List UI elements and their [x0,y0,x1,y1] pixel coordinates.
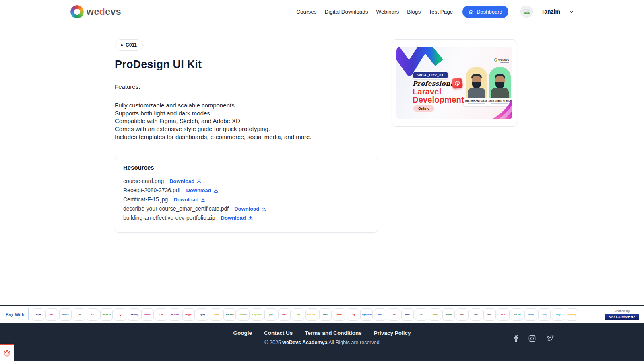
social-icons [514,334,554,342]
payment-logo-nagad: Nagad [182,308,195,321]
payment-logo-nrb: NRB [429,308,441,321]
page-title: ProDesign UI Kit [115,58,378,71]
footer: Google Contact Us Terms and Conditions P… [0,323,644,361]
resource-filename: Receipt-2080-3736.pdf [123,187,180,193]
wedevs-knot-icon-small [494,58,497,62]
nav-item-courses[interactable]: Courses [296,9,316,15]
payment-logo-citycash: CityCash [251,308,263,321]
payment-logo-bkash: bKash [141,308,154,321]
avatar-image-icon [522,8,530,16]
footer-link-google[interactable]: Google [233,330,252,336]
nav-item-webinars[interactable]: Webinars [376,9,399,15]
payment-logo-gpay: GPay [538,308,551,321]
payment-logo-diners-club: DC [87,308,99,321]
payment-logo-okwallet: OK [155,308,167,321]
laravel-icon [3,349,11,357]
payment-logo-ific: IFIC [374,308,386,321]
payment-logo-dpay: Dpay [524,308,537,321]
payment-bar: Pay With VISAMCAMEXUPDCNEXUSQTakaPaybKas… [0,305,644,323]
feature-line: Compatible with Figma, Sketch, and Adobe… [115,117,378,125]
instructor-subtitle-line [468,103,485,104]
payment-logo-qcash: Q [114,308,126,321]
banner-script-word: Professional [413,80,457,87]
payment-logo-mercantile: MBL [456,308,469,321]
sslcommerz-logo: SSLCOMMERZ [605,314,639,320]
download-icon [248,215,253,221]
resource-row: Certificat-F-15.jpg Download [123,195,369,204]
payment-logo-visa: VISA [32,308,44,321]
payment-logos: VISAMCAMEXUPDCNEXUSQTakaPaybKashOKRocket… [32,308,601,321]
dashboard-button[interactable]: Dashboard [462,6,508,18]
laravel-icon [452,78,463,89]
feature-line: Fully customizable and scalable componen… [115,101,378,109]
payment-logo-rocket: Rocket [169,308,181,321]
payment-logo-tap: tap [292,308,304,321]
banner-brand-subline [500,62,509,63]
payment-logo-al-arafah: AIBL [401,308,414,321]
features-list: Fully customizable and scalable componen… [115,101,378,141]
resource-row: Receipt-2080-3736.pdf Download [123,186,369,195]
user-name[interactable]: Tanzim [541,8,560,15]
download-icon [196,178,202,184]
payment-logo-sonali: Sonali [442,308,455,321]
pink-corner-decoration [488,95,512,119]
resource-row: building-an-effective-dev-portfolio.zip … [123,213,369,223]
chevron-down-icon[interactable] [569,10,574,14]
payment-logo-ebl-sky: EBL SKY [305,308,318,321]
twitter-icon[interactable] [546,335,554,342]
feature-line: Supports both light and dark modes. [115,109,378,117]
divider [28,308,29,320]
download-link[interactable]: Download [173,197,206,203]
badge-dot-icon [121,44,123,46]
payment-logo-ipay: iPay [552,308,564,321]
payment-logo-islami-securities: ISL [415,308,427,321]
resource-filename: describe-your-course_omar_certificate.pd… [123,205,229,212]
download-icon [213,188,219,193]
facebook-icon[interactable] [514,334,518,342]
payment-logo-dmoney: Dmoney [566,308,578,321]
payment-logo-standard-bank: SB [388,308,400,321]
payment-logo-amex: AMEX [59,308,72,321]
online-badge: Online [413,105,434,112]
payment-logo-trust-bank: TBL [470,308,482,321]
payment-logo-premier-bank: PBL [483,308,496,321]
download-link[interactable]: Download [221,215,253,221]
banner-brand-text: wedevs [498,58,509,62]
verified-by-block: Verified By SSLCOMMERZ [605,309,641,320]
download-link[interactable]: Download [186,187,218,193]
resource-filename: building-an-effective-dev-portfolio.zip [123,215,215,221]
payment-logo-meghna-pay: pay [264,308,277,321]
home-icon [469,9,474,14]
resources-card: Resources course-card.png Download Recei… [115,156,378,233]
download-link[interactable]: Download [234,206,266,212]
payment-logo-takapay: TakaPay [128,308,140,321]
payment-logo-mastercard: MC [45,308,58,321]
download-link[interactable]: Download [169,178,202,184]
payment-logo-islami-bank: IBBL [319,308,332,321]
footer-link-terms[interactable]: Terms and Conditions [305,330,362,336]
payment-logo-islamic-wallet: Islamic [237,308,250,321]
footer-link-privacy[interactable]: Privacy Policy [374,330,411,336]
footer-link-contact-us[interactable]: Contact Us [264,330,293,336]
avatar[interactable] [520,6,533,18]
payment-logo-city-bank: City [347,308,359,321]
banner-title-line2: Development [413,95,464,105]
download-icon [261,206,266,211]
resource-filename: course-card.png [123,178,164,184]
main-content: C011 ProDesign UI Kit Features: Fully cu… [0,23,644,305]
instructor-name-card: MD. EMRAN HASAN [464,98,489,106]
instagram-icon[interactable] [528,335,536,342]
brand-logo[interactable]: wedevs [70,5,121,18]
payment-logo-unionpay: UP [73,308,85,321]
features-heading: Features: [115,83,378,90]
resources-heading: Resources [123,164,369,171]
main-nav: Courses Digital Downloads Webinars Blogs… [296,6,574,18]
course-code-label: WDA_LRV_01 [413,71,448,79]
payment-logo-ncc-bank: NCC [497,308,510,321]
payment-logo-mtb: MTB [333,308,345,321]
laravel-debugbar-toggle[interactable] [0,344,14,361]
nav-item-digital-downloads[interactable]: Digital Downloads [325,9,368,15]
nav-item-test-page[interactable]: Test Page [429,9,453,15]
nav-item-blogs[interactable]: Blogs [407,9,421,15]
course-code-badge: C011 [115,39,143,51]
